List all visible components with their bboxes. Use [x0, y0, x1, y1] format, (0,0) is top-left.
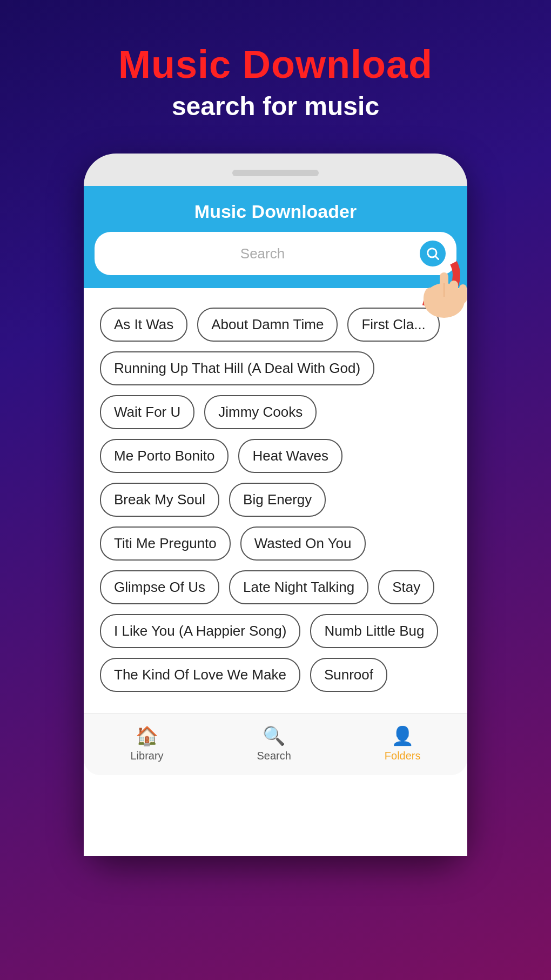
app-header: Music Downloader Search	[84, 186, 467, 288]
nav-icon-library: 🏠	[136, 725, 158, 746]
tag-item[interactable]: Wasted On You	[240, 526, 366, 561]
tag-item[interactable]: Numb Little Bug	[310, 614, 438, 648]
phone-nav: 🏠Library🔍Search👤Folders	[84, 714, 467, 775]
search-icon-circle[interactable]	[420, 241, 446, 266]
tag-item[interactable]: Titi Me Pregunto	[100, 526, 231, 561]
tag-item[interactable]: Stay	[378, 570, 434, 604]
tag-item[interactable]: Break My Soul	[100, 483, 219, 517]
tag-item[interactable]: Wait For U	[100, 395, 194, 429]
phone-notch	[232, 170, 319, 176]
tag-item[interactable]: As It Was	[100, 308, 187, 342]
tag-item[interactable]: Jimmy Cooks	[204, 395, 317, 429]
tags-container: As It WasAbout Damn TimeFirst Cla...Runn…	[84, 288, 467, 714]
search-bar[interactable]: Search	[95, 232, 456, 275]
nav-item-library[interactable]: 🏠Library	[130, 725, 163, 762]
tag-item[interactable]: About Damn Time	[197, 308, 338, 342]
app-title: Music Downloader	[95, 201, 456, 222]
nav-icon-folders: 👤	[391, 725, 414, 746]
phone-wrapper: Music Downloader Search	[84, 154, 467, 856]
nav-label-search: Search	[257, 750, 291, 762]
nav-icon-search: 🔍	[263, 725, 285, 746]
nav-label-folders: Folders	[385, 750, 421, 762]
header-section: Music Download search for music	[0, 0, 551, 143]
tag-item[interactable]: Me Porto Bonito	[100, 439, 229, 473]
tag-item[interactable]: The Kind Of Love We Make	[100, 658, 300, 692]
tag-item[interactable]: Sunroof	[310, 658, 387, 692]
tag-item[interactable]: Running Up That Hill (A Deal With God)	[100, 351, 374, 385]
tag-item[interactable]: First Cla...	[347, 308, 439, 342]
search-icon	[425, 246, 440, 261]
nav-item-folders[interactable]: 👤Folders	[385, 725, 421, 762]
sub-title: search for music	[22, 91, 529, 121]
phone-screen: Music Downloader Search	[84, 186, 467, 856]
main-title: Music Download	[22, 43, 529, 86]
tag-item[interactable]: Late Night Talking	[229, 570, 368, 604]
tag-item[interactable]: Heat Waves	[238, 439, 342, 473]
nav-label-library: Library	[130, 750, 163, 762]
search-input-placeholder: Search	[105, 245, 420, 262]
tag-item[interactable]: Glimpse Of Us	[100, 570, 219, 604]
nav-item-search[interactable]: 🔍Search	[257, 725, 291, 762]
svg-line-1	[435, 257, 438, 259]
tag-item[interactable]: Big Energy	[229, 483, 326, 517]
tag-item[interactable]: I Like You (A Happier Song)	[100, 614, 300, 648]
